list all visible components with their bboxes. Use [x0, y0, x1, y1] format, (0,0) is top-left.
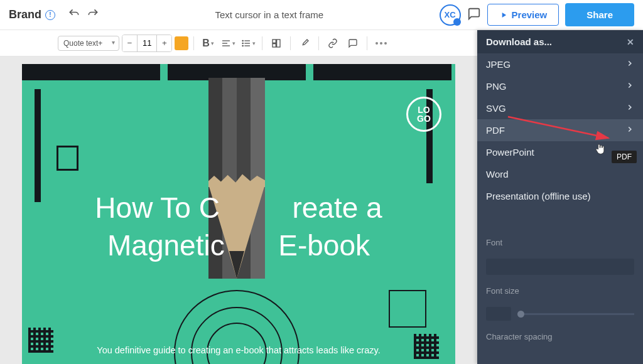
text-color-swatch[interactable] — [175, 36, 188, 50]
cursor-pointer-icon — [594, 142, 607, 159]
download-option-label: Presentation (offline use) — [486, 191, 591, 201]
download-header-label: Download as... — [486, 36, 552, 47]
play-icon — [499, 11, 508, 19]
download-option-label: SVG — [486, 103, 506, 114]
redo-icon[interactable] — [87, 8, 99, 23]
svg-point-7 — [242, 43, 243, 43]
separator — [290, 36, 291, 50]
download-option-jpeg[interactable]: JPEG — [477, 53, 643, 75]
brand-text: Brand — [9, 8, 41, 21]
paint-icon[interactable] — [296, 38, 313, 48]
download-option-label: PNG — [486, 81, 507, 92]
slide[interactable]: LO GO How To C reate a Magnetic E-book Y… — [22, 64, 455, 364]
font-size-stepper[interactable]: − 11 + — [122, 35, 172, 52]
chevron-right-icon — [625, 59, 634, 70]
slide-subtitle[interactable]: You definitive guide to creating an e-bo… — [22, 345, 455, 355]
avatar[interactable]: XC — [440, 4, 461, 26]
font-size-decrease[interactable]: − — [122, 35, 138, 51]
panel-bg-fontsize-label: Font size — [477, 281, 643, 301]
share-label: Share — [586, 9, 613, 20]
share-button[interactable]: Share — [565, 3, 634, 26]
align-icon — [221, 38, 231, 48]
panel-bg-font-field — [477, 253, 643, 281]
text-style-select[interactable]: Quote text+ — [58, 36, 119, 51]
header-right-group: XC Preview Share — [440, 3, 634, 26]
download-option-png[interactable]: PNG — [477, 75, 643, 97]
chevron-right-icon — [625, 103, 634, 114]
comment-tool-icon[interactable] — [344, 38, 362, 48]
chevron-right-icon — [625, 81, 634, 92]
svg-rect-9 — [273, 40, 276, 43]
separator — [318, 36, 319, 50]
svg-point-6 — [242, 40, 243, 41]
comment-icon[interactable] — [467, 7, 481, 23]
logo-badge: LO GO — [406, 97, 441, 132]
pdf-tooltip: PDF — [612, 151, 637, 163]
download-option-label: PDF — [486, 125, 505, 136]
separator — [262, 36, 262, 50]
text-style-value: Quote text+ — [63, 39, 102, 48]
download-option-label: Word — [486, 169, 509, 179]
font-size-value: 11 — [138, 38, 156, 48]
font-size-increase[interactable]: + — [156, 35, 171, 51]
close-icon[interactable]: ✕ — [627, 37, 634, 47]
logo-top: LO — [418, 105, 430, 114]
panel-bg-fontsize-slider — [477, 301, 643, 326]
preview-button[interactable]: Preview — [487, 4, 559, 26]
separator — [367, 36, 367, 50]
list-icon — [241, 38, 251, 48]
download-option-label: JPEG — [486, 59, 511, 70]
link-icon[interactable] — [324, 38, 342, 48]
download-option-svg[interactable]: SVG — [477, 97, 643, 119]
info-icon[interactable]: ! — [45, 10, 55, 20]
panel-bg-font-label: Font — [477, 232, 643, 253]
slide-title[interactable]: How To C reate a Magnetic E-book — [22, 190, 455, 265]
download-header: Download as... ✕ — [477, 30, 643, 53]
panel-bg-charspacing-label: Character spacing — [477, 326, 643, 347]
brand-label[interactable]: Brand ! — [9, 8, 55, 21]
svg-point-8 — [242, 45, 243, 46]
app-header: Brand ! Text cursor in a text frame XC P… — [0, 0, 643, 30]
download-option-label: PowerPoint — [486, 147, 534, 158]
avatar-initials: XC — [445, 10, 456, 19]
document-title[interactable]: Text cursor in a text frame — [105, 9, 433, 20]
download-option-word[interactable]: Word — [477, 163, 643, 185]
preview-label: Preview — [512, 9, 548, 20]
bold-dropdown[interactable]: B — [199, 38, 217, 49]
svg-rect-11 — [273, 43, 276, 46]
logo-bottom: GO — [417, 114, 431, 123]
download-panel: Download as... ✕ JPEGPNGSVGPDFPowerPoint… — [477, 30, 643, 364]
chevron-right-icon — [625, 125, 634, 136]
canvas-scroll[interactable]: LO GO How To C reate a Magnetic E-book Y… — [0, 56, 477, 364]
align-dropdown[interactable] — [219, 38, 237, 48]
svg-rect-10 — [277, 40, 280, 47]
layout-icon[interactable] — [267, 38, 285, 48]
download-option-presentation-offline-use-[interactable]: Presentation (offline use) — [477, 185, 643, 207]
undo-redo-group — [68, 8, 99, 23]
undo-icon[interactable] — [68, 8, 80, 23]
more-icon[interactable] — [372, 42, 390, 45]
download-option-pdf[interactable]: PDF — [477, 119, 643, 141]
list-dropdown[interactable] — [239, 38, 257, 48]
separator — [193, 36, 194, 50]
